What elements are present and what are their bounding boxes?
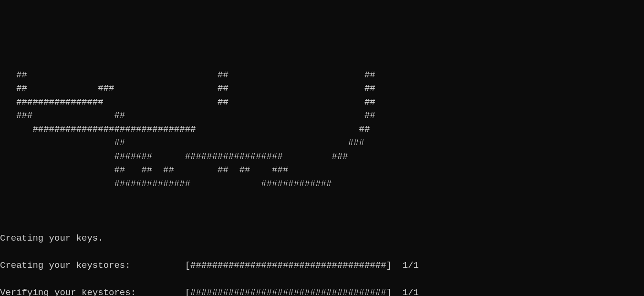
progress-verifying-keystores: Verifying your keystores: [#############… xyxy=(0,286,644,296)
progress-bar: [####################################] xyxy=(185,260,392,271)
progress-label: Creating your keystores: xyxy=(0,260,185,271)
progress-counter: 1/1 xyxy=(403,287,419,296)
progress-counter: 1/1 xyxy=(403,260,419,271)
progress-label: Verifying your keystores: xyxy=(0,287,185,296)
blank-line xyxy=(0,204,644,218)
status-creating-keys: Creating your keys. xyxy=(0,232,644,245)
progress-bar: [####################################] xyxy=(185,287,392,296)
ascii-art-banner: ## ## ## ## ### ## ## ################ #… xyxy=(0,68,644,191)
terminal-output: ## ## ## ## ### ## ## ################ #… xyxy=(0,54,644,296)
progress-creating-keystores: Creating your keystores: [##############… xyxy=(0,259,644,273)
